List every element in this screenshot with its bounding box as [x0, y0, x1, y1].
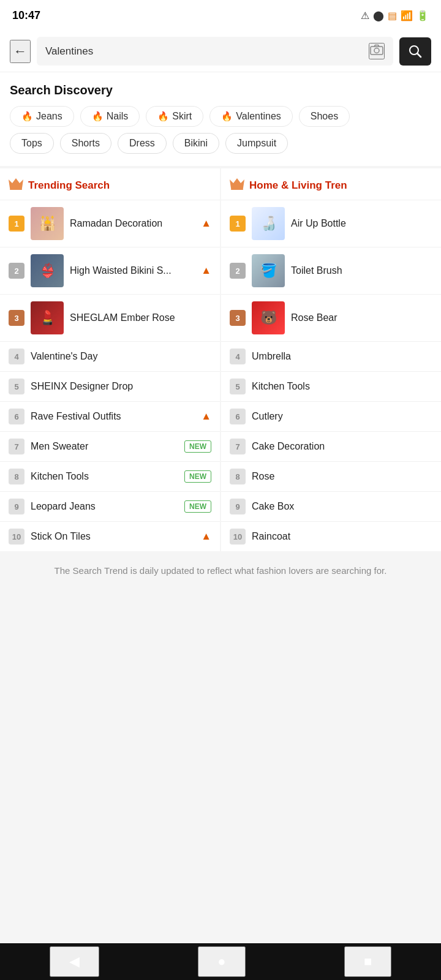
fire-icon: 🔥 [92, 111, 104, 122]
rank-badge: 1 [230, 216, 246, 232]
trend-name: Cake Box [252, 501, 432, 512]
trend-name: Valentine's Day [31, 351, 211, 362]
trend-thumb: 🐻 [252, 301, 285, 334]
fire-icon: 🔥 [221, 111, 233, 122]
hot-tag-nails[interactable]: 🔥Nails [80, 106, 140, 127]
rank-badge: 3 [230, 310, 246, 326]
rank-badge: 5 [9, 379, 24, 394]
rank-badge: 10 [9, 529, 24, 545]
gray-fill [0, 590, 441, 786]
tag-dress[interactable]: Dress [118, 133, 167, 154]
trend-item[interactable]: 7Men SweaterNEW [0, 431, 220, 461]
trend-item[interactable]: 3🐻Rose Bear [221, 294, 441, 341]
nav-back-button[interactable]: ◀ [50, 946, 99, 977]
trend-item[interactable]: 4Valentine's Day [0, 341, 220, 371]
trend-item[interactable]: 6Cutlery [221, 401, 441, 431]
trend-item[interactable]: 8Rose [221, 461, 441, 491]
tag-bikini[interactable]: Bikini [173, 133, 219, 154]
tag-shorts[interactable]: Shorts [60, 133, 111, 154]
trend-item[interactable]: 10Raincoat [221, 521, 441, 551]
trend-thumb: 💄 [31, 301, 64, 334]
back-button[interactable]: ← [10, 40, 31, 63]
trend-name: Rose Bear [291, 312, 432, 323]
trending-crown-icon [9, 177, 23, 194]
hot-tag-skirt[interactable]: 🔥Skirt [146, 106, 203, 127]
footer-note: The Search Trend is daily updated to ref… [0, 551, 441, 590]
trend-arrow-up-icon: ▲ [201, 217, 211, 230]
trending-panel-header: Trending Search [0, 168, 220, 200]
tag-jumpsuit[interactable]: Jumpsuit [225, 133, 288, 154]
search-bar: ← [0, 31, 441, 72]
trend-name: Cake Decoration [252, 441, 432, 452]
trend-item[interactable]: 5Kitchen Tools [221, 371, 441, 401]
trend-item[interactable]: 1🍶Air Up Bottle [221, 200, 441, 247]
battery-icon: 🔋 [417, 10, 429, 21]
trend-name: Raincoat [252, 531, 432, 542]
trend-item[interactable]: 4Umbrella [221, 341, 441, 371]
trend-thumb: 👙 [31, 254, 64, 287]
rank-badge: 6 [9, 409, 24, 424]
new-badge: NEW [184, 470, 211, 483]
trend-name: Umbrella [252, 351, 432, 362]
hot-tag-jeans[interactable]: 🔥Jeans [10, 106, 74, 127]
rank-badge: 9 [9, 499, 24, 514]
trend-arrow-up-icon: ▲ [201, 410, 211, 423]
trend-item[interactable]: 6Rave Festival Outfits▲ [0, 401, 220, 431]
rank-badge: 5 [230, 379, 246, 394]
tag-tops[interactable]: Tops [10, 133, 54, 154]
trend-name: Air Up Bottle [291, 218, 432, 229]
rank-badge: 4 [9, 349, 24, 364]
svg-rect-7 [231, 188, 243, 190]
camera-button[interactable] [369, 43, 385, 59]
trending-panel: Trending Search 1🕌Ramadan Decoration▲2👙H… [0, 168, 220, 551]
trend-item[interactable]: 2👙High Waisted Bikini S...▲ [0, 247, 220, 294]
trend-arrow-up-icon: ▲ [201, 530, 211, 543]
discovery-section: Search Discovery 🔥Jeans🔥Nails🔥Skirt🔥Vale… [0, 72, 441, 166]
trend-item[interactable]: 5SHEINX Designer Drop [0, 371, 220, 401]
rank-badge: 6 [230, 409, 246, 424]
hot-tag-valentines[interactable]: 🔥Valentines [209, 106, 293, 127]
trend-name: Cutlery [252, 411, 432, 422]
circle-icon: ⬤ [373, 10, 384, 21]
trend-item[interactable]: 3💄SHEGLAM Ember Rose [0, 294, 220, 341]
svg-marker-6 [230, 178, 244, 188]
trend-item[interactable]: 9Leopard JeansNEW [0, 491, 220, 521]
trend-item[interactable]: 10Stick On Tiles▲ [0, 521, 220, 551]
normal-tags-row: TopsShortsDressBikiniJumpsuit [10, 133, 431, 154]
rank-badge: 7 [9, 439, 24, 454]
nav-home-button[interactable]: ● [198, 946, 245, 977]
trend-item[interactable]: 8Kitchen ToolsNEW [0, 461, 220, 491]
trend-item[interactable]: 1🕌Ramadan Decoration▲ [0, 200, 220, 247]
trend-name: Rose [252, 471, 432, 482]
new-badge: NEW [184, 440, 211, 453]
trend-item[interactable]: 7Cake Decoration [221, 431, 441, 461]
hot-tag-shoes[interactable]: Shoes [299, 106, 350, 127]
fire-icon: 🔥 [157, 111, 169, 122]
trend-name: Toilet Brush [291, 265, 432, 276]
trend-item[interactable]: 2🪣Toilet Brush [221, 247, 441, 294]
search-input[interactable] [45, 45, 364, 58]
search-button[interactable] [399, 37, 431, 66]
trend-thumb: 🕌 [31, 207, 64, 240]
trend-name: SHEGLAM Ember Rose [70, 312, 211, 323]
new-badge: NEW [184, 500, 211, 513]
trend-arrow-up-icon: ▲ [201, 265, 211, 277]
trend-name: Rave Festival Outfits [31, 411, 195, 422]
home-items-list: 1🍶Air Up Bottle2🪣Toilet Brush3🐻Rose Bear… [221, 200, 441, 551]
trend-item[interactable]: 9Cake Box [221, 491, 441, 521]
status-bar: 10:47 ⚠ ⬤ ▤ 📶 🔋 [0, 0, 441, 31]
rank-badge: 2 [9, 263, 24, 279]
search-input-wrap [37, 37, 393, 66]
trend-thumb: 🍶 [252, 207, 285, 240]
rank-badge: 10 [230, 529, 246, 545]
svg-rect-5 [10, 188, 22, 190]
rank-badge: 8 [230, 469, 246, 484]
rank-badge: 8 [9, 469, 24, 484]
discovery-title: Search Discovery [10, 83, 431, 97]
footer-note-text: The Search Trend is daily updated to ref… [55, 565, 387, 576]
rank-badge: 7 [230, 439, 246, 454]
home-panel: Home & Living Tren 1🍶Air Up Bottle2🪣Toil… [221, 168, 441, 551]
svg-point-1 [374, 48, 379, 53]
nav-recent-button[interactable]: ■ [344, 946, 391, 977]
cast-icon: ▤ [388, 10, 397, 21]
